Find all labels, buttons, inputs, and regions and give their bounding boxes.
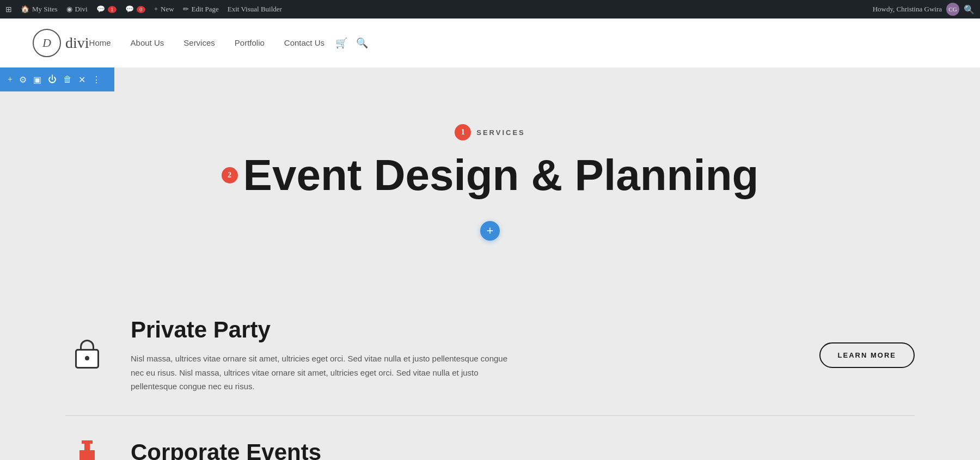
private-party-content: Private Party Nisl massa, ultrices vitae… [131, 317, 798, 394]
edit-page-label: Edit Page [192, 5, 219, 14]
private-party-learn-more-button[interactable]: LEARN MORE [819, 342, 915, 368]
logo-letter: D [42, 36, 51, 50]
drafts-count: 0 [137, 6, 145, 13]
nav-menu: Home About Us Services Portfolio Contact… [89, 38, 324, 48]
main-content: + ⚙ ▣ ⏻ 🗑 ✕ ⋮ 1 SERVICES 2 Event Design … [0, 68, 980, 460]
howdy-text: Howdy, Christina Gwira [873, 5, 942, 14]
lock-icon [71, 336, 103, 374]
service-item-corporate-events: Corporate Events ••• [65, 416, 915, 461]
services-list: Private Party Nisl massa, ultrices vitae… [0, 284, 980, 460]
lock-shackle [80, 340, 94, 351]
top-navigation: D divi Home About Us Services Portfolio … [0, 19, 980, 68]
nav-link-services[interactable]: Services [183, 38, 215, 47]
nav-item-portfolio[interactable]: Portfolio [235, 38, 265, 48]
corporate-events-icon-area [65, 438, 109, 461]
nav-item-contact[interactable]: Contact Us [284, 38, 324, 48]
hero-section: 1 SERVICES 2 Event Design & Planning + [0, 91, 980, 284]
nav-link-about[interactable]: About Us [131, 38, 164, 47]
drafts-icon: 💬 [125, 5, 134, 14]
badge-number-2: 2 [222, 167, 238, 183]
corporate-events-title: Corporate Events [131, 439, 915, 461]
logo-text: divi [65, 34, 89, 52]
more-options-icon[interactable]: ⋮ [92, 75, 101, 85]
bottle-top [82, 440, 93, 444]
private-party-title: Private Party [131, 317, 798, 343]
edit-page-link[interactable]: ✏ Edit Page [183, 5, 219, 14]
new-label: New [161, 5, 174, 14]
bottle-icon [71, 438, 103, 461]
lock-body [75, 349, 99, 369]
wp-logo[interactable]: ⊞ [5, 5, 12, 14]
logo-link[interactable]: D divi [33, 29, 89, 57]
trash-icon[interactable]: 🗑 [63, 75, 72, 84]
private-party-description: Nisl massa, ultrices vitae ornare sit am… [131, 352, 512, 394]
avatar: CG [946, 3, 959, 16]
nav-item-home[interactable]: Home [89, 38, 111, 48]
comments-count: 1 [108, 6, 117, 13]
nav-item-about[interactable]: About Us [131, 38, 164, 48]
home-icon: 🏠 [21, 5, 29, 14]
add-section-button[interactable]: + [480, 221, 500, 241]
my-sites-label: My Sites [32, 5, 58, 14]
comments-icon: 💬 [96, 5, 105, 14]
builder-toolbar: + ⚙ ▣ ⏻ 🗑 ✕ ⋮ [0, 68, 114, 91]
bottle-body [79, 450, 95, 461]
hero-title-wrapper: 2 Event Design & Planning [11, 151, 969, 199]
nav-item-services[interactable]: Services [183, 38, 215, 48]
admin-bar-right: Howdy, Christina Gwira CG 🔍 [873, 3, 975, 16]
nav-link-contact[interactable]: Contact Us [284, 38, 324, 47]
nav-search-icon[interactable]: 🔍 [356, 37, 368, 49]
power-icon[interactable]: ⏻ [48, 75, 57, 84]
divi-icon: ◉ [66, 5, 72, 14]
admin-bar: ⊞ 🏠 My Sites ◉ Divi 💬 1 💬 0 + New ✏ Edit… [0, 0, 980, 19]
search-icon[interactable]: 🔍 [964, 4, 975, 15]
plus-icon: + [154, 5, 158, 14]
lock-keyhole [85, 356, 89, 360]
cart-icon[interactable]: 🛒 [335, 37, 347, 49]
nav-icons: 🛒 🔍 [335, 37, 368, 49]
services-label: SERVICES [476, 128, 525, 137]
pencil-icon: ✏ [183, 5, 189, 14]
divi-label: Divi [75, 5, 88, 14]
badge-number-1: 1 [455, 124, 471, 140]
logo-circle: D [33, 29, 61, 57]
exit-builder-link[interactable]: Exit Visual Builder [228, 5, 282, 14]
service-item-private-party: Private Party Nisl massa, ultrices vitae… [65, 295, 915, 416]
close-icon[interactable]: ✕ [78, 75, 85, 85]
layout-icon[interactable]: ▣ [33, 75, 41, 85]
nav-link-home[interactable]: Home [89, 38, 111, 47]
corporate-events-content: Corporate Events [131, 439, 915, 461]
services-badge: 1 SERVICES [455, 124, 525, 140]
nav-link-portfolio[interactable]: Portfolio [235, 38, 265, 47]
main-nav: Home About Us Services Portfolio Contact… [89, 38, 324, 48]
settings-icon[interactable]: ⚙ [19, 75, 27, 85]
my-sites-link[interactable]: 🏠 My Sites [21, 5, 58, 14]
exit-builder-label: Exit Visual Builder [228, 5, 282, 14]
add-module-icon[interactable]: + [8, 75, 13, 84]
bottle-neck [84, 443, 90, 450]
divi-link[interactable]: ◉ Divi [66, 5, 88, 14]
comments-link[interactable]: 💬 1 [96, 5, 117, 14]
new-link[interactable]: + New [154, 5, 174, 14]
wordpress-icon: ⊞ [5, 5, 12, 14]
hero-title: Event Design & Planning [243, 151, 759, 199]
drafts-link[interactable]: 💬 0 [125, 5, 145, 14]
private-party-icon-area [65, 336, 109, 374]
